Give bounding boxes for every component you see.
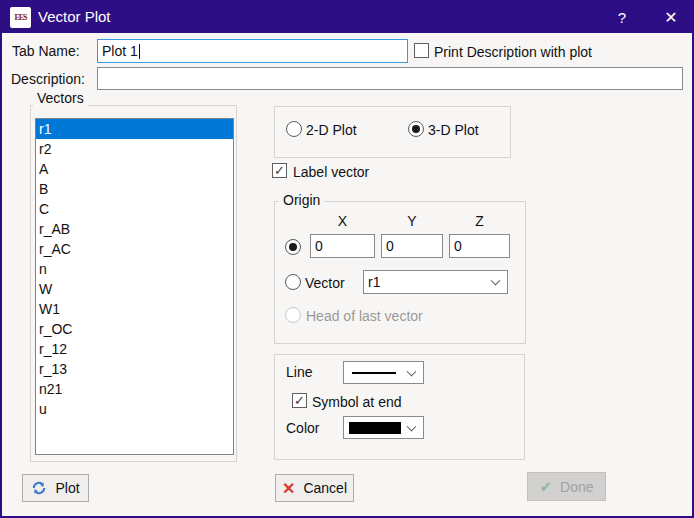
description-input[interactable]: [97, 67, 683, 90]
done-check-icon: ✔: [539, 478, 552, 496]
ees-app-icon: EES: [10, 7, 31, 28]
list-item-vector[interactable]: n: [36, 259, 233, 279]
list-item-vector[interactable]: C: [36, 199, 233, 219]
origin-x-value: 0: [315, 238, 323, 254]
check-icon: ✓: [294, 394, 305, 407]
print-description-label: Print Description with plot: [434, 44, 592, 60]
radio-2d-plot[interactable]: [286, 121, 302, 137]
chevron-down-icon: [407, 421, 417, 431]
tab-name-label: Tab Name:: [12, 43, 80, 59]
list-item-vector[interactable]: r2: [36, 139, 233, 159]
radio-3d-plot[interactable]: [408, 121, 424, 137]
print-description-checkbox[interactable]: [414, 43, 429, 58]
list-item-vector[interactable]: r_OC: [36, 319, 233, 339]
check-icon: ✓: [274, 164, 285, 177]
chevron-down-icon: [491, 276, 501, 286]
list-item-vector[interactable]: r_12: [36, 339, 233, 359]
vectors-group-label: Vectors: [33, 90, 88, 106]
cancel-button[interactable]: ✕ Cancel: [275, 474, 354, 502]
description-label: Description:: [11, 71, 85, 87]
list-item-vector[interactable]: r_AC: [36, 239, 233, 259]
origin-y-value: 0: [386, 238, 394, 254]
line-style-dropdown[interactable]: [343, 361, 424, 384]
radio-origin-vector[interactable]: [285, 274, 301, 290]
list-item-vector[interactable]: A: [36, 159, 233, 179]
list-item-vector[interactable]: r1: [36, 119, 233, 139]
list-item-vector[interactable]: r_13: [36, 359, 233, 379]
list-item-vector[interactable]: n21: [36, 379, 233, 399]
radio-head-of-last-vector[interactable]: [285, 307, 301, 323]
vectors-listbox: r1 r2 A B C r_AB r_AC n W W1 r_OC r_12 r…: [35, 118, 234, 455]
symbol-at-end-checkbox[interactable]: ✓: [292, 393, 307, 408]
done-button-label: Done: [560, 479, 593, 495]
list-item-vector[interactable]: u: [36, 399, 233, 419]
plot-button-label: Plot: [55, 480, 79, 496]
label-vector-label: Label vector: [293, 164, 369, 180]
symbol-at-end-label: Symbol at end: [312, 394, 402, 410]
cancel-button-label: Cancel: [303, 480, 347, 496]
origin-z-input[interactable]: 0: [449, 234, 510, 258]
radio-origin-coordinates[interactable]: [285, 239, 301, 255]
origin-vector-value: r1: [368, 274, 380, 290]
origin-z-value: 0: [454, 238, 462, 254]
origin-x-input[interactable]: 0: [310, 234, 375, 258]
text-cursor: [139, 44, 140, 59]
radio-3d-plot-label: 3-D Plot: [428, 122, 479, 138]
origin-group-label: Origin: [279, 192, 324, 208]
list-item-vector[interactable]: B: [36, 179, 233, 199]
list-item-vector[interactable]: r_AB: [36, 219, 233, 239]
head-of-last-vector-label: Head of last vector: [306, 308, 423, 324]
tab-name-value: Plot 1: [102, 43, 138, 59]
cancel-x-icon: ✕: [282, 479, 295, 498]
line-style-swatch: [352, 372, 396, 374]
vector-plot-dialog: EES Vector Plot ? ✕ Tab Name: Plot 1 Pri…: [0, 0, 694, 518]
line-label: Line: [286, 364, 312, 380]
plot-button[interactable]: Plot: [22, 474, 89, 502]
list-item-vector[interactable]: W: [36, 279, 233, 299]
radio-2d-plot-label: 2-D Plot: [306, 122, 357, 138]
axis-z-label: Z: [449, 213, 510, 229]
chevron-down-icon: [407, 366, 417, 376]
refresh-icon: [31, 480, 47, 496]
label-vector-checkbox[interactable]: ✓: [272, 163, 287, 178]
axis-x-label: X: [310, 213, 375, 229]
window-title: Vector Plot: [38, 8, 111, 25]
origin-vector-dropdown[interactable]: r1: [363, 270, 508, 294]
color-dropdown[interactable]: [343, 416, 424, 439]
help-button[interactable]: ?: [608, 2, 636, 33]
done-button[interactable]: ✔ Done: [527, 472, 606, 501]
origin-y-input[interactable]: 0: [381, 234, 443, 258]
axis-y-label: Y: [381, 213, 443, 229]
close-icon[interactable]: ✕: [654, 2, 688, 33]
origin-vector-label: Vector: [305, 275, 345, 291]
color-swatch: [349, 422, 401, 434]
titlebar: EES Vector Plot ? ✕: [2, 2, 692, 33]
list-item-vector[interactable]: W1: [36, 299, 233, 319]
color-label: Color: [286, 420, 319, 436]
tab-name-input[interactable]: Plot 1: [97, 39, 408, 63]
